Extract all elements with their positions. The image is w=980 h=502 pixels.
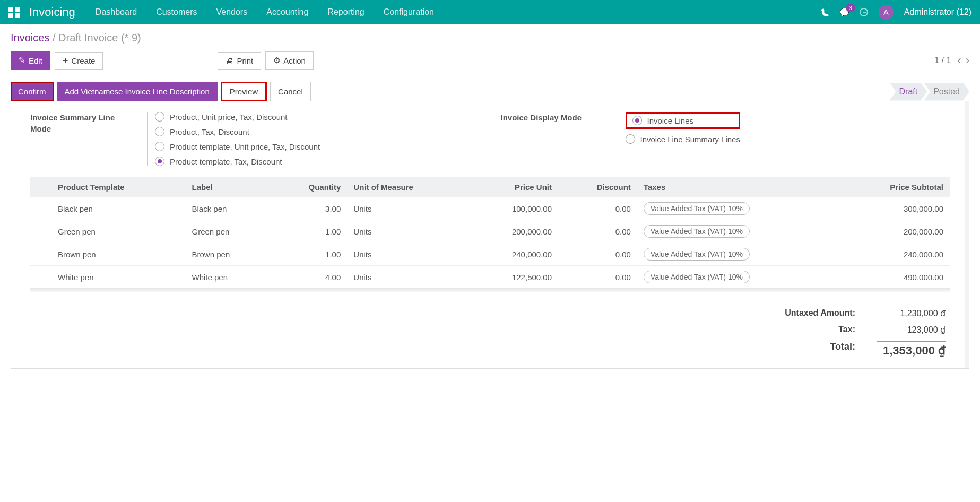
table-shadow xyxy=(30,288,950,292)
pager-prev-icon[interactable]: ‹ xyxy=(957,54,961,67)
nav-customers[interactable]: Customers xyxy=(156,7,197,17)
cell-tax: Value Added Tax (VAT) 10% xyxy=(637,243,838,266)
col-price[interactable]: Price Unit xyxy=(470,177,558,197)
tax-pill: Value Added Tax (VAT) 10% xyxy=(644,271,750,283)
breadcrumb-current: Draft Invoice (* 9) xyxy=(58,32,141,44)
col-taxes[interactable]: Taxes xyxy=(637,177,838,197)
edit-button[interactable]: Edit xyxy=(11,51,50,70)
col-qty[interactable]: Quantity xyxy=(271,177,347,197)
summary-mode-label: Invoice Summary Line Mode xyxy=(30,112,136,166)
cell-label: White pen xyxy=(186,266,272,289)
breadcrumb-root[interactable]: Invoices xyxy=(11,32,49,44)
cell-price: 200,000.00 xyxy=(470,220,558,243)
display-option-1[interactable]: Invoice Line Summary Lines xyxy=(626,134,740,144)
cell-price: 122,500.00 xyxy=(470,266,558,289)
cell-template: Black pen xyxy=(51,197,186,220)
radio-icon xyxy=(632,116,642,125)
cell-subtotal: 490,000.00 xyxy=(838,266,950,289)
cell-subtotal: 300,000.00 xyxy=(838,197,950,220)
nav-accounting[interactable]: Accounting xyxy=(266,7,308,17)
nav-reporting[interactable]: Reporting xyxy=(327,7,364,17)
status-row: Confirm Add Vietnamese Invoice Line Desc… xyxy=(0,77,980,101)
chat-badge: 3 xyxy=(846,4,855,12)
summary-option-0[interactable]: Product, Unit price, Tax, Discount xyxy=(155,112,320,122)
create-button[interactable]: Create xyxy=(55,52,103,70)
radio-label: Invoice Line Summary Lines xyxy=(640,135,740,144)
tax-pill: Value Added Tax (VAT) 10% xyxy=(644,202,750,215)
radio-label: Product, Tax, Discount xyxy=(170,127,249,136)
cell-price: 100,000.00 xyxy=(470,197,558,220)
tax-label: Tax: xyxy=(760,325,855,335)
user-name[interactable]: Administrator (12) xyxy=(904,7,972,17)
total-label: Total: xyxy=(760,341,855,358)
table-row[interactable]: White penWhite pen4.00Units122,500.000.0… xyxy=(30,266,950,289)
clock-icon[interactable] xyxy=(860,8,868,16)
cell-uom: Units xyxy=(347,197,469,220)
status-posted[interactable]: Posted xyxy=(924,83,969,101)
cell-discount: 0.00 xyxy=(558,197,637,220)
topbar-right: 3 A Administrator (12) xyxy=(820,5,972,20)
cell-qty: 3.00 xyxy=(271,197,347,220)
tax-pill: Value Added Tax (VAT) 10% xyxy=(644,225,750,238)
main-nav: Dashboard Customers Vendors Accounting R… xyxy=(96,7,820,17)
col-template[interactable]: Product Template xyxy=(51,177,186,197)
cell-tax: Value Added Tax (VAT) 10% xyxy=(637,220,838,243)
cell-qty: 1.00 xyxy=(271,243,347,266)
confirm-button[interactable]: Confirm xyxy=(11,82,54,101)
cell-discount: 0.00 xyxy=(558,220,637,243)
add-vn-description-button[interactable]: Add Vietnamese Invoice Line Description xyxy=(57,82,218,101)
cell-template: White pen xyxy=(51,266,186,289)
radio-label: Invoice Lines xyxy=(647,116,694,125)
action-button[interactable]: Action xyxy=(265,51,314,70)
status-draft[interactable]: Draft xyxy=(890,83,927,101)
table-row[interactable]: Green penGreen pen1.00Units200,000.000.0… xyxy=(30,220,950,243)
col-discount[interactable]: Discount xyxy=(558,177,637,197)
print-button[interactable]: Print xyxy=(218,52,261,70)
apps-icon[interactable] xyxy=(8,7,20,18)
nav-vendors[interactable]: Vendors xyxy=(216,7,247,17)
avatar[interactable]: A xyxy=(879,5,894,20)
bug-icon[interactable] xyxy=(820,8,829,16)
cell-label: Black pen xyxy=(186,197,272,220)
cancel-button[interactable]: Cancel xyxy=(270,82,311,101)
summary-option-1[interactable]: Product, Tax, Discount xyxy=(155,127,320,136)
invoice-lines-table: Product Template Label Quantity Unit of … xyxy=(30,177,950,289)
app-name[interactable]: Invoicing xyxy=(29,5,75,19)
display-option-0[interactable]: Invoice Lines xyxy=(626,112,740,129)
total-value: 1,353,000 ₫ xyxy=(877,341,946,358)
breadcrumb-sep: / xyxy=(53,32,56,44)
print-icon xyxy=(226,56,233,65)
cell-subtotal: 240,000.00 xyxy=(838,243,950,266)
radio-label: Product template, Tax, Discount xyxy=(170,157,282,166)
summary-option-2[interactable]: Product template, Unit price, Tax, Disco… xyxy=(155,142,320,151)
cell-tax: Value Added Tax (VAT) 10% xyxy=(637,266,838,289)
col-uom[interactable]: Unit of Measure xyxy=(347,177,469,197)
form-sheet: Invoice Summary Line Mode Product, Unit … xyxy=(11,101,969,369)
cell-discount: 0.00 xyxy=(558,266,637,289)
table-row[interactable]: Black penBlack pen3.00Units100,000.000.0… xyxy=(30,197,950,220)
tax-pill: Value Added Tax (VAT) 10% xyxy=(644,248,750,261)
preview-button[interactable]: Preview xyxy=(221,82,267,101)
breadcrumb: Invoices / Draft Invoice (* 9) xyxy=(11,32,969,44)
cell-label: Green pen xyxy=(186,220,272,243)
nav-configuration[interactable]: Configuration xyxy=(384,7,434,17)
cell-discount: 0.00 xyxy=(558,243,637,266)
nav-dashboard[interactable]: Dashboard xyxy=(96,7,137,17)
summary-option-3[interactable]: Product template, Tax, Discount xyxy=(155,157,320,166)
chat-icon[interactable]: 3 xyxy=(840,8,849,16)
pager-next-icon[interactable]: › xyxy=(966,54,969,67)
cell-template: Green pen xyxy=(51,220,186,243)
display-mode-label: Invoice Display Mode xyxy=(501,112,607,166)
radio-icon xyxy=(626,134,635,144)
table-row[interactable]: Brown penBrown pen1.00Units240,000.000.0… xyxy=(30,243,950,266)
radio-label: Product template, Unit price, Tax, Disco… xyxy=(170,142,320,151)
summary-mode-options: Product, Unit price, Tax, DiscountProduc… xyxy=(147,112,320,166)
untaxed-label: Untaxed Amount: xyxy=(760,308,855,318)
radio-label: Product, Unit price, Tax, Discount xyxy=(170,112,287,122)
col-label[interactable]: Label xyxy=(186,177,272,197)
status-bar: Draft Posted xyxy=(893,83,969,101)
radio-icon xyxy=(155,142,164,151)
cell-qty: 4.00 xyxy=(271,266,347,289)
scrollbar[interactable] xyxy=(965,101,969,368)
col-subtotal[interactable]: Price Subtotal xyxy=(838,177,950,197)
